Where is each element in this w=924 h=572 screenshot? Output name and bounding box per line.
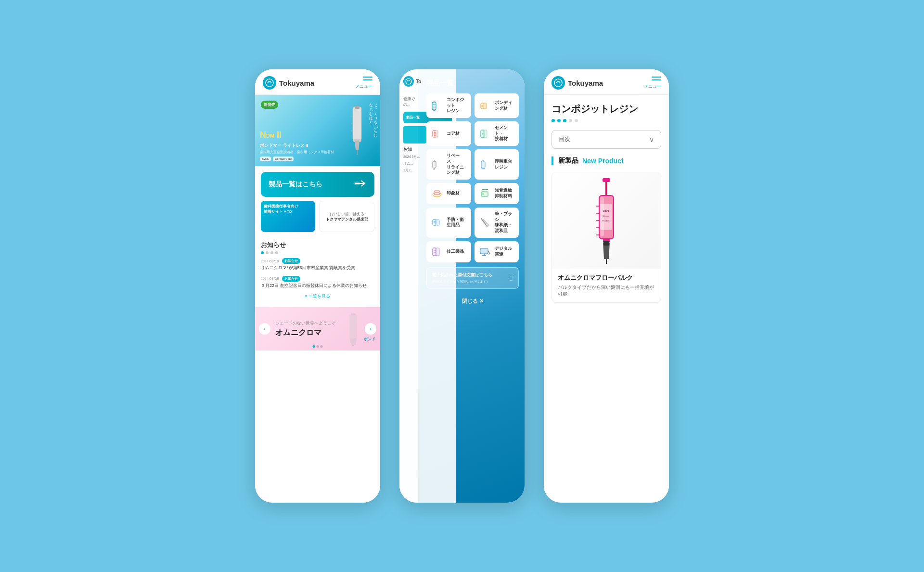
menu-item-sensitive[interactable]: 知覚過敏抑制材料: [475, 183, 519, 204]
news-date-2: 2024 03/18: [261, 276, 279, 281]
dot-4: [275, 251, 278, 254]
product-list-arrow: [352, 179, 367, 190]
menu-item-lab[interactable]: 技工製品: [426, 241, 471, 262]
menu-panel-title: 製品一覧: [426, 79, 519, 88]
banner-pagination: [313, 345, 323, 348]
toc-dropdown[interactable]: 目次 ∨: [552, 130, 661, 149]
news-tag-2: お知らせ: [282, 276, 300, 282]
p3-dot-3: [563, 119, 566, 122]
svg-rect-32: [433, 161, 436, 168]
menu-doc-button[interactable]: 電子化された添付文書はこちら (PMDAサイトから閲覧いただけます) ⬚: [426, 267, 519, 289]
phone1-logo-text: Tokuyama: [279, 79, 314, 87]
svg-rect-36: [483, 160, 484, 162]
menu-item-bonding-icon: [478, 99, 492, 113]
info-cards: 歯科医療従事者向け情報サイト＋TD おいしい歯、補える トクヤマデンタル倶楽部: [255, 201, 380, 237]
dot-2: [266, 251, 269, 254]
news-section: お知らせ 2024 03/19 お知らせ オムニクロマ*が第56回市村産業賞 貢…: [255, 237, 380, 303]
menu-close-button[interactable]: 閉じる ✕: [426, 293, 519, 310]
menu-item-digital[interactable]: デジタル関連: [475, 241, 519, 262]
menu-item-rebase[interactable]: リベース・リライニング材: [426, 149, 471, 180]
svg-rect-18: [433, 104, 436, 105]
menu-item-brush-label: 筆・ブラシ練和紙・混和皿: [495, 211, 515, 234]
new-product-jp: 新製品: [558, 156, 578, 165]
hero-badge-bvse: BvSE: [260, 156, 271, 161]
chevron-down-icon: ∨: [649, 136, 654, 143]
menu-item-core-label: コア材: [447, 131, 460, 137]
svg-rect-13: [352, 345, 354, 346]
menu-doc-sub: (PMDAサイトから閲覧いただけます): [432, 279, 492, 284]
menu-item-cement-icon: [478, 127, 492, 141]
svg-rect-20: [433, 107, 436, 108]
menu-item-bonding[interactable]: ボンディング材: [475, 93, 519, 118]
menu-item-sensitive-label: 知覚過敏抑制材料: [495, 188, 512, 199]
hero-badge: 新発売: [261, 101, 278, 109]
svg-rect-61: [603, 178, 610, 182]
svg-point-60: [554, 79, 562, 87]
pink-syringe-svg: Omni Chroma Flow Bulk: [582, 177, 630, 264]
p3-dot-4: [569, 119, 572, 122]
svg-rect-33: [434, 160, 435, 162]
phone3-header: Tokuyama メニュー: [544, 69, 669, 95]
product-card[interactable]: Omni Chroma Flow Bulk オムニクロマフローバルク バ: [552, 172, 661, 303]
info-card-club-text: トクヤマデンタル倶楽部: [326, 217, 368, 222]
svg-rect-55: [481, 249, 488, 253]
info-card-club[interactable]: おいしい歯、補える トクヤマデンタル倶楽部: [319, 201, 374, 232]
phone3-main-content: コンポジットレジン 目次 ∨ 新製品 New Product: [544, 95, 669, 501]
menu-item-core[interactable]: コア材: [426, 121, 471, 146]
svg-marker-4: [355, 141, 359, 150]
banner-image: [344, 312, 363, 348]
menu-item-resin-label: 即時重合レジン: [495, 159, 515, 170]
svg-rect-16: [434, 101, 435, 103]
svg-text:Omni: Omni: [603, 209, 609, 212]
hero-product-image: [344, 102, 371, 157]
menu-item-prevention[interactable]: 予防・衛生用品: [426, 208, 471, 238]
svg-rect-5: [357, 150, 358, 155]
menu-item-core-icon: [430, 127, 444, 141]
phone1-logo: Tokuyama: [263, 76, 314, 90]
news-more-link[interactable]: ≡ 一覧を見る: [261, 293, 374, 299]
menu-item-bonding-label: ボンディング材: [495, 100, 515, 111]
toc-label: 目次: [559, 135, 570, 143]
banner-product2: ボンド: [364, 337, 375, 342]
svg-rect-30: [483, 130, 487, 138]
product-description: バルクタイプだから深い窩洞にも一括充填が可能: [552, 284, 661, 302]
product-list-button[interactable]: 製品一覧はこちら: [261, 172, 374, 197]
bottom-banner: ‹ シェードのない世界へようこそ オムニクロマ ボンド ›: [255, 307, 380, 351]
menu-item-digital-icon: [478, 245, 492, 259]
doc-icon: ⬚: [508, 274, 513, 281]
product-name: オムニクロマフローバルク: [552, 269, 661, 284]
hero-badge-contac: Contact Core: [273, 156, 294, 161]
news-item-2[interactable]: 2024 03/18 お知らせ ３月22日 創立記念日の振替休日による休業のお知…: [261, 276, 374, 289]
p3-dot-5: [575, 119, 578, 122]
phone-3: Tokuyama メニュー コンポジットレジン 目次 ∨: [544, 69, 669, 503]
menu-item-composite-icon: [430, 99, 444, 113]
info-card-dental[interactable]: 歯科医療従事者向け情報サイト＋TD: [261, 201, 315, 232]
menu-item-composite[interactable]: コンポジットレジン: [426, 93, 471, 118]
menu-item-prevention-label: 予防・衛生用品: [447, 217, 467, 228]
banner-dot-3: [321, 345, 323, 348]
p3-dot-2: [557, 119, 561, 122]
svg-rect-77: [603, 241, 609, 246]
svg-rect-19: [433, 106, 436, 106]
menu-item-cement[interactable]: セメント・接着材: [475, 121, 519, 146]
product-list-btn-text: 製品一覧はこちら: [269, 180, 322, 189]
phone3-menu-button[interactable]: メニュー: [644, 77, 661, 90]
new-product-en: New Product: [582, 157, 624, 165]
phone1-hero-banner: 新発売 NDM II ポンドマー ライトレス II 歯科用光重合型接着材・歯科用…: [255, 95, 380, 166]
phone1-menu-button[interactable]: メニュー: [355, 77, 372, 90]
phone2-logo-small: To: [403, 76, 421, 87]
dot-3: [270, 251, 273, 254]
menu-item-brush-icon: [478, 216, 492, 229]
news-meta-1: 2024 03/19 お知らせ: [261, 258, 374, 264]
menu-item-lab-label: 技工製品: [447, 249, 464, 255]
svg-point-23: [481, 105, 483, 107]
product-image: Omni Chroma Flow Bulk: [552, 172, 661, 269]
menu-item-impression[interactable]: 印象材: [426, 183, 471, 204]
menu-item-digital-label: デジタル関連: [495, 246, 515, 257]
news-item-1[interactable]: 2024 03/19 お知らせ オムニクロマ*が第56回市村産業賞 貢献賞を受賞: [261, 258, 374, 271]
menu-item-resin[interactable]: 即時重合レジン: [475, 149, 519, 180]
menu-item-brush[interactable]: 筆・ブラシ練和紙・混和皿: [475, 208, 519, 238]
phone-1: Tokuyama メニュー 新発売 NDM II ポンドマー ライトレス II …: [255, 69, 380, 503]
news-title: お知らせ: [261, 241, 374, 249]
news-text-1: オムニクロマ*が第56回市村産業賞 貢献賞を受賞: [261, 265, 374, 271]
